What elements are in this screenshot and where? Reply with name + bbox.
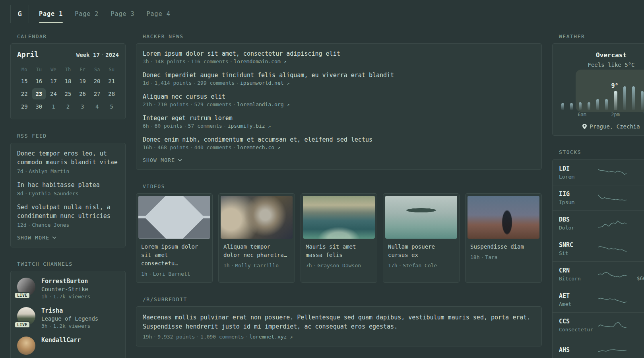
calendar-day: 25	[61, 88, 76, 100]
hn-domain-link[interactable]: ipsumify.biz	[228, 123, 265, 129]
top-nav: G Page 1 Page 2 Page 3 Page 4	[10, 5, 634, 23]
hn-domain-link[interactable]: loremdomain.com	[234, 58, 280, 64]
stock-row[interactable]: CRN Bitcorn -1.00% $66,171.48	[553, 261, 644, 287]
stock-row[interactable]: IIG Ipsum +2.84% $42.04	[553, 185, 644, 210]
weather-x-axis: 6am 2pm 10pm	[561, 112, 644, 118]
hn-item-title[interactable]: Lorem ipsum dolor sit amet, consectetur …	[143, 50, 535, 57]
stock-symbol: CCS	[559, 318, 598, 325]
external-link-icon: ↗	[268, 123, 271, 129]
video-thumbnail	[303, 196, 375, 239]
hn-item-title[interactable]: Donec imperdiet augue tincidunt felis al…	[143, 72, 535, 79]
tab-page-2[interactable]: Page 2	[69, 5, 105, 23]
stock-row[interactable]: SNRC Sit +1.36% $148.64	[553, 236, 644, 261]
stock-symbol: DBS	[559, 216, 598, 223]
calendar-month: April	[17, 50, 39, 58]
stock-change: +4.35%	[627, 165, 644, 172]
video-card[interactable]: Aliquam tempor dolor nec pharetra… 1h·Mo…	[218, 193, 295, 283]
rss-item-title[interactable]: Sed volutpat nulla nisl, a condimentum n…	[17, 203, 119, 221]
hn-item-meta: 3h·148 points·116 comments·loremdomain.c…	[143, 58, 535, 64]
videos-row: Lorem ipsum dolor sit amet consectetu… 1…	[136, 193, 542, 283]
calendar-day-selected: 23	[32, 88, 47, 100]
video-card[interactable]: Nullam posuere cursus ex 17h·Stefan Cole	[383, 193, 460, 283]
subreddit-post-title[interactable]: Maecenas mollis pulvinar erat non posuer…	[143, 313, 535, 332]
tab-page-4[interactable]: Page 4	[141, 5, 177, 23]
video-title[interactable]: Lorem ipsum dolor sit amet consectetu…	[141, 243, 208, 268]
hn-item: Lorem ipsum dolor sit amet, consectetur …	[143, 50, 535, 64]
hn-item-title[interactable]: Aliquam nec cursus elit	[143, 93, 535, 100]
channel-meta: 1h·1.7k viewers	[41, 294, 90, 300]
hackernews-show-more-button[interactable]: SHOW MORE	[143, 157, 535, 163]
hackernews-section: HACKER NEWS Lorem ipsum dolor sit amet, …	[136, 33, 542, 170]
hn-item: Donec enim nibh, condimentum et accumsan…	[143, 136, 535, 150]
stock-change: +0.92%	[627, 293, 644, 299]
current-temp-label: 9°	[611, 82, 618, 90]
calendar-day: 4	[90, 100, 105, 113]
hn-domain-link[interactable]: loremlandia.org	[237, 101, 283, 107]
twitch-heading: TWITCH CHANNELS	[17, 261, 126, 267]
weather-bar	[596, 99, 599, 110]
stock-symbol: LDI	[559, 165, 598, 172]
stock-row[interactable]: DBS Dolor +1.42% $156.28	[553, 210, 644, 236]
stock-row[interactable]: AET Amet +0.92% $499.72	[553, 287, 644, 312]
weather-card: Overcast Feels like 5°C	[552, 43, 644, 136]
calendar-day: 5	[104, 100, 119, 113]
video-title[interactable]: Aliquam tempor dolor nec pharetra…	[223, 243, 290, 259]
logo[interactable]: G	[10, 5, 29, 23]
dow-label: Su	[104, 65, 119, 74]
external-link-icon: ↗	[287, 102, 289, 107]
stock-sparkline	[598, 244, 627, 254]
video-title[interactable]: Suspendisse diam	[470, 243, 537, 251]
weather-bar	[588, 102, 590, 110]
stock-row[interactable]: CCS Consectetur +0.51% $165.84	[553, 312, 644, 338]
twitch-channel-row[interactable]: LIVE ForrestBurton Counter-Strike 1h·1.7…	[17, 278, 119, 300]
stock-row[interactable]: AHS +0.46%	[553, 338, 644, 358]
hn-domain-link[interactable]: loremtech.co	[237, 144, 274, 150]
stock-row[interactable]: LDI Lorem +4.35% $795.18	[553, 160, 644, 185]
channel-name[interactable]: ForrestBurton	[41, 278, 90, 285]
calendar-day: 18	[61, 75, 76, 87]
stock-symbol: CRN	[559, 267, 598, 274]
twitch-channel-row[interactable]: LIVE Trisha League of Legends 3h·1.2k vi…	[17, 307, 119, 329]
calendar-day: 24	[46, 88, 61, 100]
calendar-day: 21	[104, 75, 119, 87]
hn-domain-link[interactable]: ipsumworld.net	[240, 80, 284, 86]
location-pin-icon	[582, 124, 587, 129]
weather-bar	[641, 91, 644, 110]
hn-item-title[interactable]: Donec enim nibh, condimentum et accumsan…	[143, 136, 535, 143]
subreddit-domain-link[interactable]: loremnet.xyz	[249, 334, 287, 340]
stock-change: +2.84%	[627, 191, 644, 197]
rss-item-title[interactable]: In hac habitasse platea	[17, 181, 119, 190]
video-title[interactable]: Nullam posuere cursus ex	[388, 243, 454, 259]
rss-item-title[interactable]: Donec tempor eros leo, ut commodo mauris…	[17, 150, 119, 167]
video-title[interactable]: Mauris sit amet massa felis	[306, 243, 372, 259]
stock-change: -1.00%	[627, 267, 644, 274]
calendar-day: 30	[32, 100, 47, 113]
calendar-day: 26	[75, 88, 90, 100]
hackernews-card: Lorem ipsum dolor sit amet, consectetur …	[136, 43, 542, 170]
hn-item-title[interactable]: Integer eget rutrum lorem	[143, 115, 535, 122]
channel-name[interactable]: Trisha	[41, 307, 98, 314]
dow-label: Mo	[17, 65, 32, 74]
rss-show-more-button[interactable]: SHOW MORE	[17, 235, 119, 241]
tab-page-3[interactable]: Page 3	[105, 5, 140, 23]
stock-sparkline	[598, 218, 627, 229]
external-link-icon: ↗	[284, 59, 287, 64]
x-tick-label: 6am	[578, 112, 586, 117]
calendar-week-year: Week 17·2024	[76, 52, 119, 58]
chevron-down-icon	[178, 159, 182, 161]
stock-symbol: AET	[559, 292, 598, 300]
twitch-channel-row[interactable]: KendallCarr	[17, 337, 119, 355]
video-meta: 18h·Tara	[470, 254, 537, 260]
video-meta: 1h·Lori Barnett	[141, 271, 208, 277]
stock-change: +0.51%	[627, 318, 644, 325]
weather-bars	[561, 86, 644, 110]
rss-item-meta: 7d·Ashlyn Martin	[17, 168, 119, 174]
video-card[interactable]: Suspendisse diam 18h·Tara	[465, 193, 542, 283]
video-card[interactable]: Lorem ipsum dolor sit amet consectetu… 1…	[136, 193, 213, 283]
tab-page-1[interactable]: Page 1	[33, 5, 69, 23]
channel-name[interactable]: KendallCarr	[41, 337, 81, 344]
subreddit-heading: /R/SUBREDDIT	[143, 296, 542, 302]
rss-item-meta: 8d·Cynthia Saunders	[17, 191, 119, 197]
video-thumbnail	[467, 196, 539, 239]
video-card[interactable]: Mauris sit amet massa felis 7h·Grayson D…	[301, 193, 377, 283]
